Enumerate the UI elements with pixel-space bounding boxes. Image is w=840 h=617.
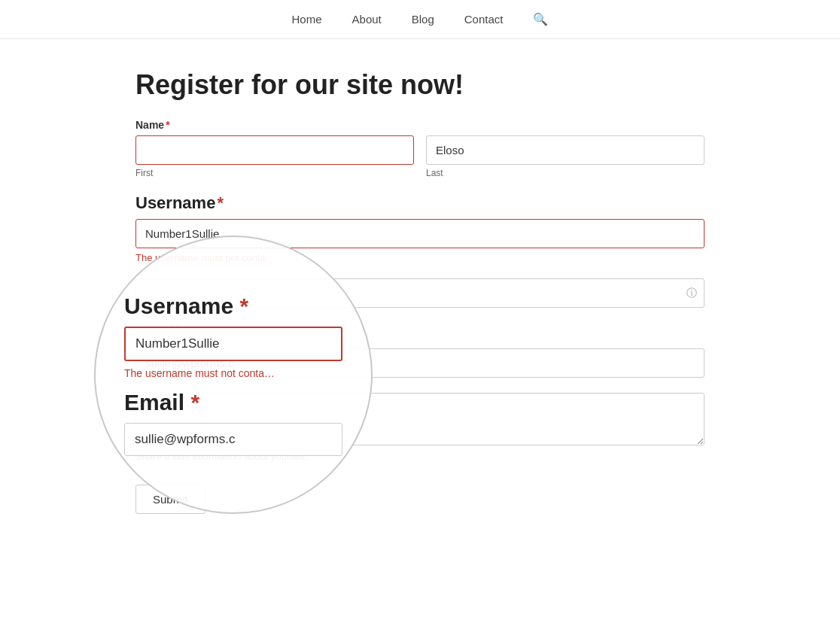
email-input[interactable]: [135, 348, 705, 378]
name-label: Name*: [135, 119, 705, 131]
username-label: Username*: [135, 193, 705, 213]
password-input-wrap: ⓘ: [135, 278, 705, 308]
password-toggle-icon[interactable]: ⓘ: [686, 287, 697, 300]
last-name-wrap: Last: [426, 135, 705, 178]
registration-form: Name* First Last Username* The username …: [135, 119, 705, 514]
nav-contact[interactable]: Contact: [464, 13, 504, 26]
first-name-label: First: [135, 168, 414, 178]
password-input[interactable]: [135, 278, 705, 308]
password-section: ⓘ: [135, 278, 705, 308]
submit-button[interactable]: Submit: [135, 485, 205, 514]
name-section: Name* First Last: [135, 119, 705, 178]
last-name-input[interactable]: [426, 135, 705, 165]
bio-section: Share a little information about yoursel…: [135, 393, 705, 462]
nav-about[interactable]: About: [352, 13, 382, 26]
main-nav: Home About Blog Contact 🔍: [0, 0, 840, 39]
page-title: Register for our site now!: [135, 69, 705, 101]
email-section: Email*: [135, 323, 705, 378]
email-label: Email*: [135, 323, 705, 342]
bio-hint: Share a little information about yoursel…: [135, 451, 705, 462]
name-row: First Last: [135, 135, 705, 178]
nav-blog[interactable]: Blog: [412, 13, 434, 26]
first-name-input[interactable]: [135, 135, 414, 165]
main-content: Register for our site now! Name* First L…: [111, 39, 729, 559]
nav-home[interactable]: Home: [292, 13, 322, 26]
username-error-msg: The username must not conta…: [135, 252, 705, 263]
username-section: Username* The username must not conta…: [135, 193, 705, 263]
last-name-label: Last: [426, 168, 705, 178]
username-input[interactable]: [135, 219, 705, 248]
search-icon[interactable]: 🔍: [533, 12, 548, 26]
bio-textarea[interactable]: [135, 393, 705, 445]
first-name-wrap: First: [135, 135, 414, 178]
